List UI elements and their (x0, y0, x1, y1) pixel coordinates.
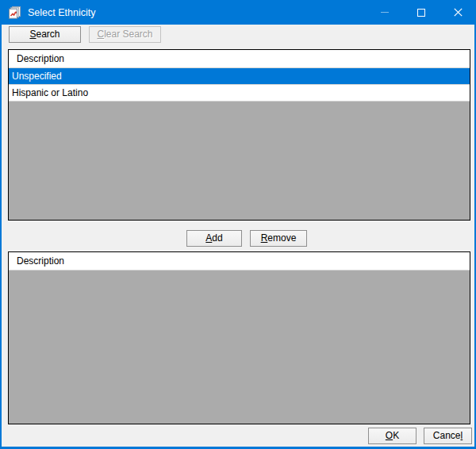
available-list-rows: UnspecifiedHispanic or Latino (9, 68, 470, 102)
selected-ethnicity-list[interactable]: Description (8, 251, 470, 424)
window-title: Select Ethnicity (28, 7, 367, 18)
select-ethnicity-dialog: Select Ethnicity Search Clear Search Des… (0, 0, 476, 449)
maximize-icon (417, 9, 425, 17)
list-item[interactable]: Hispanic or Latino (9, 85, 470, 102)
column-header-description: Description (9, 252, 470, 271)
report-pages-with-red-arrow-icon (8, 6, 21, 19)
titlebar: Select Ethnicity (0, 0, 476, 25)
list-item[interactable]: Unspecified (9, 68, 470, 85)
available-ethnicity-list[interactable]: Description UnspecifiedHispanic or Latin… (8, 49, 470, 221)
minimize-button[interactable] (367, 0, 403, 25)
search-button[interactable]: Search (9, 26, 81, 43)
add-button[interactable]: Add (186, 230, 242, 247)
ok-button[interactable]: OK (368, 428, 416, 444)
clear-search-button[interactable]: Clear Search (89, 26, 161, 43)
maximize-button[interactable] (403, 0, 440, 25)
cancel-button[interactable]: Cancel (424, 428, 472, 444)
minimize-icon (381, 12, 389, 13)
column-header-description: Description (9, 50, 470, 68)
close-icon (454, 8, 463, 17)
close-button[interactable] (440, 0, 476, 25)
remove-button[interactable]: Remove (250, 230, 307, 247)
